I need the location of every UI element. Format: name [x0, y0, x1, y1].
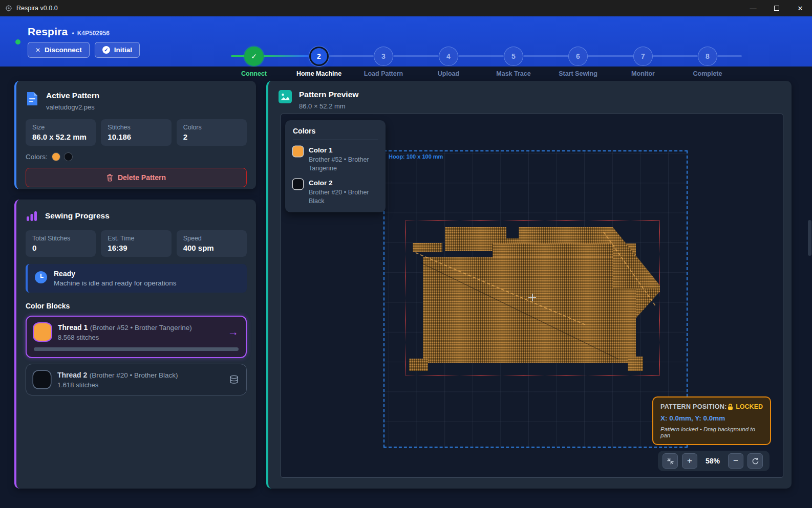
pattern-dimensions: 86.0 × 52.2 mm — [299, 102, 358, 110]
legend-item-color-1: Color 1 Brother #52 • Brother Tangerine — [293, 146, 378, 173]
brand-title: Respira — [28, 26, 68, 38]
workflow-stepper: ✓ Connect 2 Home Machine 3 Load Pattern … — [222, 47, 740, 78]
stitch-region — [413, 243, 442, 252]
stitch-region — [423, 257, 636, 363]
close-icon: ✕ — [798, 5, 803, 12]
stepper-track-segment — [653, 55, 698, 57]
stitch-region — [409, 359, 428, 371]
stepper-track-segment — [458, 55, 504, 57]
arrow-right-icon: → — [228, 326, 239, 338]
status-title: Ready — [54, 270, 176, 278]
preview-canvas[interactable]: Hoop: 100 x 100 mm — [281, 114, 783, 478]
thread-swatch — [33, 371, 51, 388]
card-title: Pattern Preview — [299, 90, 358, 99]
thread-stitch-count: 8.568 stitches — [58, 334, 192, 341]
legend-item-color-2: Color 2 Brother #20 • Brother Black — [293, 179, 378, 206]
minimize-button[interactable]: — — [741, 0, 765, 16]
app-icon — [5, 5, 12, 12]
layers-stack-icon — [229, 374, 239, 385]
pattern-position-overlay: PATTERN POSITION: LOCKED X: 0.0mm, Y: 0.… — [652, 396, 771, 445]
initial-button[interactable]: ✓ Initial — [95, 42, 140, 58]
colors-label: Colors: — [26, 153, 48, 161]
minimize-icon: — — [750, 5, 757, 12]
clock-icon — [35, 271, 47, 283]
thread-block-1[interactable]: Thread 1 (Brother #52 • Brother Tangerin… — [26, 316, 247, 358]
pattern-notch — [506, 227, 519, 238]
title-bar: Respira v0.0.0 — ✕ — [0, 0, 812, 16]
stepper-track-segment — [393, 55, 439, 57]
connection-status-dot — [15, 39, 20, 45]
delete-pattern-button[interactable]: Delete Pattern — [26, 168, 247, 187]
card-title: Active Pattern — [46, 91, 99, 100]
disconnect-button[interactable]: ✕ Disconnect — [28, 42, 90, 58]
color-swatch-tangerine — [52, 153, 60, 161]
legend-swatch — [293, 179, 303, 189]
machine-serial: •K4P502956 — [72, 30, 110, 37]
window-title: Respira v0.0.0 — [16, 5, 58, 12]
zoom-level: 58% — [701, 457, 724, 465]
color-blocks-heading: Color Blocks — [26, 302, 247, 310]
legend-swatch — [293, 146, 303, 157]
pan-hint: Pattern locked • Drag background to pan — [660, 426, 763, 438]
pattern-filename: valetudogv2.pes — [46, 103, 99, 111]
stat-speed: Speed 400 spm — [177, 230, 247, 257]
close-x-icon: ✕ — [35, 47, 40, 54]
thread-swatch — [34, 323, 51, 341]
machine-status-banner: Ready Machine is idle and ready for oper… — [26, 264, 247, 293]
stitch-region — [628, 357, 643, 371]
window-scrollbar-thumb[interactable] — [808, 220, 811, 256]
app-header: Respira •K4P502956 ✕ Disconnect ✓ Initia… — [0, 16, 812, 67]
hoop-center-crosshair — [528, 294, 536, 301]
stat-total-stitches: Total Stitches 0 — [26, 230, 96, 257]
stepper-track-segment — [329, 55, 374, 57]
hoop-size-label: Hoop: 100 x 100 mm — [389, 153, 443, 160]
locked-badge: LOCKED — [728, 403, 763, 410]
card-title: Sewing Progress — [45, 211, 110, 220]
trash-icon — [106, 174, 113, 182]
thread-stitch-count: 1.618 stitches — [57, 381, 178, 389]
sewing-progress-card: Sewing Progress Total Stitches 0 Est. Ti… — [14, 200, 256, 489]
minus-icon: − — [733, 456, 738, 466]
close-button[interactable]: ✕ — [788, 0, 812, 16]
stat-size: Size 86.0 x 52.2 mm — [26, 119, 96, 146]
status-description: Machine is idle and ready for operations — [54, 279, 176, 287]
stat-est-time: Est. Time 16:39 — [101, 230, 171, 257]
stat-stitches: Stitches 10.186 — [101, 119, 171, 146]
stepper-track-segment — [231, 55, 245, 57]
stat-colors: Colors 2 — [177, 119, 247, 146]
plus-icon: + — [687, 456, 692, 466]
lock-icon — [728, 404, 733, 410]
zoom-in-button[interactable]: + — [682, 453, 697, 469]
colors-legend: Colors Color 1 Brother #52 • Brother Tan… — [285, 120, 386, 212]
stepper-track-segment — [264, 55, 309, 57]
thread-progress-bar — [34, 347, 239, 351]
zoom-out-button[interactable]: − — [728, 453, 743, 469]
zoom-toolbar: + 58% − — [658, 451, 770, 471]
pattern-preview-card: Pattern Preview 86.0 × 52.2 mm Hoop: 100… — [266, 81, 792, 489]
fit-view-icon — [667, 457, 674, 465]
color-swatch-black — [65, 153, 72, 161]
stepper-track-segment — [717, 55, 742, 57]
stepper-track-segment — [523, 55, 568, 57]
image-icon — [279, 90, 292, 103]
reset-view-button[interactable] — [747, 453, 763, 469]
bar-chart-icon — [26, 210, 38, 222]
fit-view-button[interactable] — [663, 453, 678, 469]
step-check-icon[interactable]: ✓ — [244, 47, 264, 66]
refresh-icon — [752, 457, 759, 465]
stitch-region — [636, 289, 660, 318]
active-pattern-card: Active Pattern valetudogv2.pes Size 86.0… — [14, 81, 256, 189]
stepper-track-segment — [588, 55, 633, 57]
maximize-icon — [774, 6, 779, 11]
check-circle-icon: ✓ — [102, 46, 110, 54]
pattern-coordinates: X: 0.0mm, Y: 0.0mm — [660, 414, 763, 422]
app-window: Respira v0.0.0 — ✕ Respira •K4P502956 ✕ … — [0, 0, 812, 508]
thread-block-2[interactable]: Thread 2 (Brother #20 • Brother Black) 1… — [26, 364, 247, 395]
document-icon — [26, 91, 39, 106]
maximize-button[interactable] — [765, 0, 788, 16]
